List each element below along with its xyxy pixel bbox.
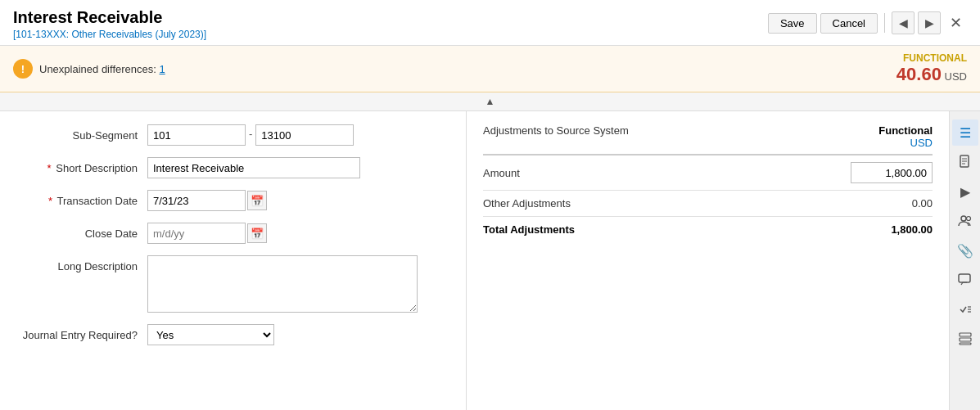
- right-panel: Adjustments to Source System Functional …: [467, 111, 949, 410]
- attachment-icon-button[interactable]: 📎: [952, 237, 978, 264]
- long-desc-control: [147, 255, 449, 313]
- other-adj-label: Other Adjustments: [483, 197, 571, 210]
- other-adj-value: 0.00: [851, 197, 933, 210]
- svg-rect-10: [960, 333, 971, 336]
- breadcrumb: [101-13XXX: Other Receivables (July 2023…: [13, 29, 206, 40]
- transaction-date-control: 📅: [147, 190, 449, 211]
- transaction-date-input[interactable]: [147, 190, 246, 211]
- long-desc-label: Long Description: [16, 255, 147, 273]
- adj-usd-label: USD: [878, 137, 933, 149]
- header: Interest Receivable [101-13XXX: Other Re…: [0, 0, 980, 46]
- adj-header-title: Adjustments to Source System: [483, 124, 629, 137]
- svg-point-4: [961, 216, 966, 221]
- short-desc-label: * Short Description: [16, 157, 147, 174]
- functional-amount: 40.60: [896, 64, 942, 84]
- sub-segment-row: Sub-Segment -: [16, 124, 449, 146]
- right-sidebar: ☰ ▶ 📎: [949, 111, 980, 410]
- sub-segment-input1[interactable]: [147, 124, 246, 146]
- short-desc-row: * Short Description: [16, 157, 449, 178]
- total-adj-label: Total Adjustments: [483, 223, 575, 236]
- transaction-date-row: * Transaction Date 📅: [16, 190, 449, 211]
- short-desc-control: [147, 157, 449, 178]
- sub-segment-control: -: [147, 124, 449, 146]
- short-desc-input[interactable]: [147, 157, 360, 178]
- banner-left: ! Unexplained differences: 1: [13, 59, 165, 79]
- close-date-control: 📅: [147, 223, 449, 244]
- journal-entry-label: Journal Entry Required?: [16, 324, 147, 341]
- checklist-icon-button[interactable]: [952, 296, 978, 322]
- amount-input[interactable]: [851, 162, 933, 183]
- users-icon-button[interactable]: [952, 208, 978, 234]
- page-title: Interest Receivable: [13, 8, 206, 27]
- banner-link[interactable]: 1: [159, 63, 165, 75]
- banner-right: FUNCTIONAL 40.60 USD: [896, 52, 967, 85]
- transaction-date-label: * Transaction Date: [16, 190, 147, 207]
- next-button[interactable]: ▶: [918, 11, 941, 34]
- functional-currency: USD: [945, 70, 967, 83]
- header-actions: Save Cancel ◀ ▶ ✕: [768, 8, 967, 34]
- svg-rect-6: [959, 274, 970, 282]
- long-desc-row: Long Description: [16, 255, 449, 313]
- journal-entry-control: Yes No: [147, 324, 449, 345]
- journal-entry-select[interactable]: Yes No: [147, 324, 274, 345]
- close-date-calendar-icon[interactable]: 📅: [247, 223, 267, 243]
- list-icon-button[interactable]: ☰: [952, 119, 978, 146]
- amount-label: Amount: [483, 167, 520, 179]
- amount-row: Amount: [483, 155, 933, 191]
- close-date-row: Close Date 📅: [16, 223, 449, 244]
- main-content: Sub-Segment - * Short Description: [0, 111, 980, 410]
- play-icon-button[interactable]: ▶: [952, 178, 978, 205]
- stack-icon-button[interactable]: [952, 326, 978, 352]
- prev-button[interactable]: ◀: [892, 11, 915, 34]
- svg-point-5: [966, 217, 970, 221]
- left-panel: Sub-Segment - * Short Description: [0, 111, 467, 410]
- close-date-input[interactable]: [147, 223, 246, 244]
- svg-rect-12: [960, 343, 971, 345]
- close-date-label: Close Date: [16, 223, 147, 240]
- adj-functional-label: Functional: [878, 124, 933, 137]
- adjustments-header: Adjustments to Source System Functional …: [483, 124, 933, 155]
- sub-segment-input2[interactable]: [255, 124, 354, 146]
- functional-label: FUNCTIONAL: [896, 52, 967, 64]
- banner: ! Unexplained differences: 1 FUNCTIONAL …: [0, 46, 980, 92]
- chat-icon-button[interactable]: [952, 267, 978, 293]
- transaction-date-calendar-icon[interactable]: 📅: [247, 191, 267, 210]
- divider: [884, 13, 885, 33]
- banner-text: Unexplained differences: 1: [39, 63, 165, 75]
- document-icon-button[interactable]: [952, 149, 978, 175]
- total-adj-row: Total Adjustments 1,800.00: [483, 217, 933, 242]
- sub-segment-label: Sub-Segment: [16, 124, 147, 142]
- save-button[interactable]: Save: [768, 13, 817, 34]
- total-adj-value: 1,800.00: [851, 223, 933, 236]
- svg-rect-11: [960, 338, 971, 341]
- collapse-arrow-icon: ▲: [485, 96, 495, 107]
- journal-entry-row: Journal Entry Required? Yes No: [16, 324, 449, 345]
- collapse-bar[interactable]: ▲: [0, 92, 980, 111]
- long-desc-input[interactable]: [147, 255, 418, 313]
- header-left: Interest Receivable [101-13XXX: Other Re…: [13, 8, 206, 40]
- cancel-button[interactable]: Cancel: [820, 13, 878, 34]
- warning-icon: !: [13, 59, 33, 79]
- other-adj-row: Other Adjustments 0.00: [483, 191, 933, 217]
- close-button[interactable]: ✕: [944, 11, 967, 34]
